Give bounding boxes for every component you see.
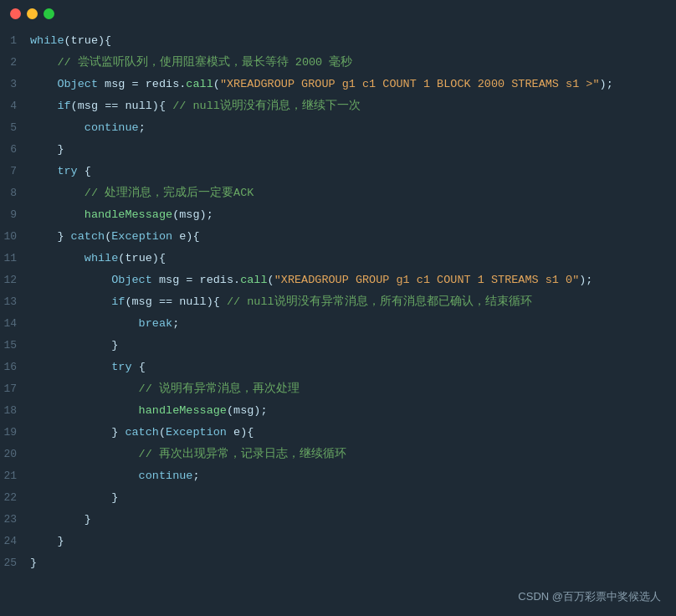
line-content: } [30, 531, 64, 552]
line-content: if(msg == null){ // null说明没有消息，继续下一次 [30, 95, 361, 117]
line-content: // 说明有异常消息，再次处理 [30, 378, 300, 400]
line-number: 16 [0, 357, 30, 378]
line-number: 18 [0, 400, 30, 422]
line-content: } [30, 487, 118, 509]
line-number: 8 [0, 182, 30, 204]
code-line: 17 // 说明有异常消息，再次处理 [0, 378, 676, 400]
line-number: 1 [0, 30, 30, 52]
code-line: 15 } [0, 335, 676, 357]
dot-red[interactable] [10, 8, 21, 19]
code-line: 4 if(msg == null){ // null说明没有消息，继续下一次 [0, 95, 676, 117]
line-number: 15 [0, 335, 30, 357]
code-line: 11 while(true){ [0, 248, 676, 270]
code-line: 25} [0, 552, 676, 574]
code-area: 1while(true){2 // 尝试监听队列，使用阻塞模式，最长等待 200… [0, 27, 676, 578]
line-number: 5 [0, 117, 30, 139]
code-line: 12 Object msg = redis.call("XREADGROUP G… [0, 270, 676, 291]
line-number: 6 [0, 139, 30, 161]
line-number: 25 [0, 552, 30, 574]
line-content: } catch(Exception e){ [30, 226, 200, 248]
code-line: 22 } [0, 487, 676, 509]
dot-green[interactable] [44, 8, 54, 19]
line-number: 11 [0, 248, 30, 270]
line-content: continue; [30, 465, 200, 487]
line-content: try { [30, 357, 146, 378]
code-line: 7 try { [0, 161, 676, 182]
line-number: 21 [0, 465, 30, 487]
code-line: 5 continue; [0, 117, 676, 139]
line-number: 7 [0, 161, 30, 182]
code-line: 13 if(msg == null){ // null说明没有异常消息，所有消息… [0, 291, 676, 313]
line-number: 12 [0, 270, 30, 291]
code-line: 8 // 处理消息，完成后一定要ACK [0, 182, 676, 204]
line-content: while(true){ [30, 248, 166, 270]
dot-yellow[interactable] [27, 8, 38, 19]
line-number: 2 [0, 52, 30, 74]
line-number: 23 [0, 509, 30, 531]
line-content: } [30, 335, 118, 357]
line-number: 13 [0, 291, 30, 313]
code-line: 18 handleMessage(msg); [0, 400, 676, 422]
line-content: handleMessage(msg); [30, 400, 268, 422]
line-number: 3 [0, 74, 30, 95]
watermark: CSDN @百万彩票中奖候选人 [518, 589, 661, 604]
line-content: // 再次出现异常，记录日志，继续循环 [30, 444, 346, 465]
line-content: Object msg = redis.call("XREADGROUP GROU… [30, 270, 592, 291]
line-number: 22 [0, 487, 30, 509]
code-line: 20 // 再次出现异常，记录日志，继续循环 [0, 444, 676, 465]
code-line: 14 break; [0, 313, 676, 335]
code-line: 9 handleMessage(msg); [0, 204, 676, 226]
line-content: while(true){ [30, 30, 111, 52]
line-number: 4 [0, 95, 30, 117]
line-content: // 处理消息，完成后一定要ACK [30, 182, 254, 204]
code-line: 19 } catch(Exception e){ [0, 422, 676, 444]
code-line: 10 } catch(Exception e){ [0, 226, 676, 248]
code-line: 1while(true){ [0, 30, 676, 52]
line-content: } catch(Exception e){ [30, 422, 254, 444]
code-line: 23 } [0, 509, 676, 531]
line-content: try { [30, 161, 91, 182]
line-number: 14 [0, 313, 30, 335]
line-number: 24 [0, 531, 30, 552]
code-line: 24 } [0, 531, 676, 552]
line-content: continue; [30, 117, 146, 139]
code-line: 6 } [0, 139, 676, 161]
line-content: if(msg == null){ // null说明没有异常消息，所有消息都已确… [30, 291, 532, 313]
code-line: 21 continue; [0, 465, 676, 487]
title-bar [0, 0, 676, 27]
code-line: 2 // 尝试监听队列，使用阻塞模式，最长等待 2000 毫秒 [0, 52, 676, 74]
line-number: 10 [0, 226, 30, 248]
line-content: Object msg = redis.call("XREADGROUP GROU… [30, 74, 613, 95]
line-content: // 尝试监听队列，使用阻塞模式，最长等待 2000 毫秒 [30, 52, 352, 74]
line-content: break; [30, 313, 179, 335]
line-content: } [30, 552, 37, 574]
line-content: } [30, 139, 64, 161]
line-number: 17 [0, 378, 30, 400]
line-content: handleMessage(msg); [30, 204, 213, 226]
code-line: 3 Object msg = redis.call("XREADGROUP GR… [0, 74, 676, 95]
line-number: 19 [0, 422, 30, 444]
line-number: 9 [0, 204, 30, 226]
code-line: 16 try { [0, 357, 676, 378]
line-content: } [30, 509, 91, 531]
line-number: 20 [0, 444, 30, 465]
